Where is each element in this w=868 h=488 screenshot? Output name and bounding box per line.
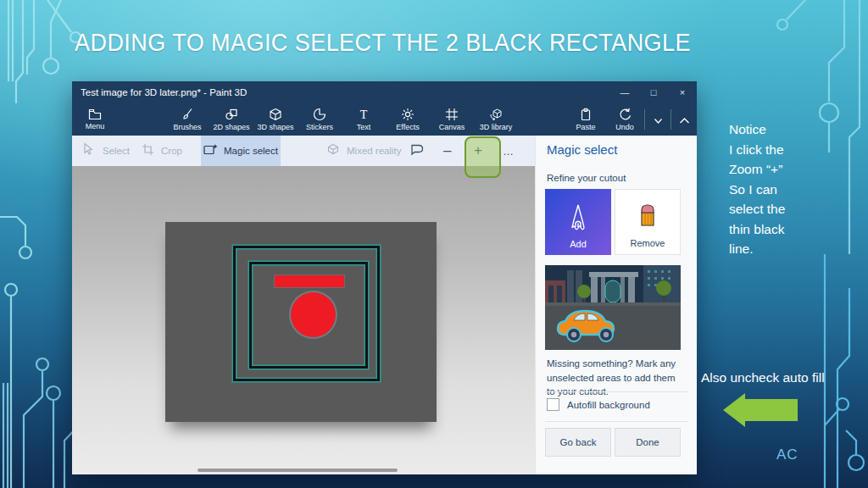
- author-initials: AC: [776, 446, 798, 463]
- panel-divider: [545, 421, 688, 422]
- select-cursor-icon: [82, 142, 94, 159]
- notice-line: Notice: [729, 119, 865, 140]
- tool-group: Brushes 2D shapes 3D shapes Stickers T T…: [165, 108, 518, 131]
- pencil-add-icon: [567, 203, 589, 236]
- effects-label: Effects: [396, 123, 419, 131]
- paste-button[interactable]: Paste: [566, 108, 605, 131]
- zoom-out-button[interactable]: –: [443, 136, 451, 166]
- horizontal-scrollbar[interactable]: [198, 469, 398, 472]
- stickers-icon: [313, 108, 326, 121]
- chevron-up-icon: [680, 112, 689, 127]
- main-toolbar: Menu Brushes 2D shapes 3D shapes Sticke: [72, 103, 697, 136]
- add-tile-button[interactable]: Add: [545, 189, 611, 255]
- remove-tile-button[interactable]: Remove: [615, 189, 681, 255]
- menu-label: Menu: [86, 122, 105, 130]
- mixed-reality-tool-disabled: Mixed reality: [326, 136, 402, 166]
- menu-icon: [88, 108, 102, 120]
- refine-cutout-label: Refine your cutout: [547, 173, 626, 183]
- notice-line: Zoom “+”: [729, 159, 865, 180]
- text-button[interactable]: T Text: [342, 108, 386, 131]
- missing-something-text: Missing something? Mark any unselected a…: [547, 357, 686, 399]
- mixed-reality-label: Mixed reality: [347, 146, 402, 156]
- paste-label: Paste: [576, 123, 595, 131]
- crop-label: Crop: [161, 146, 182, 156]
- 2d-shapes-icon: [225, 108, 238, 121]
- ellipsis-icon: …: [503, 145, 515, 158]
- uncheck-autofill-annotation: Also uncheck auto fill: [701, 370, 825, 385]
- notice-line: select the: [729, 199, 865, 219]
- brush-icon: [181, 108, 194, 121]
- red-bar-shape: [275, 275, 344, 287]
- crop-icon: [142, 143, 154, 159]
- notice-line: line.: [729, 239, 865, 259]
- paste-icon: [579, 108, 593, 121]
- 2d-shapes-label: 2D shapes: [213, 123, 249, 131]
- paint3d-window: Test image for 3D later.png* - Paint 3D …: [72, 81, 697, 474]
- 3d-library-icon: [489, 108, 503, 121]
- red-circle-shape: [291, 292, 336, 337]
- titlebar: Test image for 3D later.png* - Paint 3D …: [72, 81, 697, 103]
- speech-bubble-icon: [409, 143, 425, 159]
- toolbar-right-group: Paste Undo: [566, 103, 697, 136]
- maximize-button[interactable]: □: [639, 81, 668, 103]
- more-tools-dropdown[interactable]: [645, 103, 670, 136]
- magic-select-label: Magic select: [224, 146, 278, 156]
- stickers-label: Stickers: [306, 123, 333, 131]
- canvas-label: Canvas: [439, 123, 465, 131]
- 3d-library-button[interactable]: 3D library: [474, 108, 518, 131]
- autofill-label: Autofill background: [567, 400, 650, 410]
- chevron-down-icon: [654, 112, 662, 127]
- canvas-icon: [445, 108, 459, 121]
- brushes-button[interactable]: Brushes: [165, 108, 209, 131]
- 3d-library-label: 3D library: [480, 123, 513, 131]
- arrow-head: [723, 393, 745, 427]
- undo-icon: [618, 108, 632, 121]
- 3d-shapes-button[interactable]: 3D shapes: [253, 108, 298, 131]
- autofill-checkbox-unchecked[interactable]: [547, 398, 559, 411]
- close-button[interactable]: ×: [668, 81, 697, 103]
- effects-icon: [401, 108, 415, 121]
- cutout-preview-thumbnail: [545, 265, 681, 350]
- effects-button[interactable]: Effects: [386, 108, 430, 131]
- canvas-area: [72, 166, 535, 474]
- zoom-plus-annotation-highlight: [465, 136, 501, 178]
- magic-select-tool-selected[interactable]: Magic select: [201, 136, 281, 166]
- text-icon: T: [357, 108, 370, 121]
- 3d-shapes-icon: [269, 108, 282, 121]
- undo-button[interactable]: Undo: [605, 108, 644, 131]
- menu-button[interactable]: Menu: [72, 108, 118, 130]
- drawing-canvas[interactable]: [165, 222, 437, 422]
- mixed-reality-icon: [326, 143, 340, 159]
- crop-tool-disabled: Crop: [142, 136, 182, 166]
- notice-line: thin black: [729, 219, 865, 240]
- undo-label: Undo: [615, 123, 634, 131]
- 3d-shapes-label: 3D shapes: [257, 123, 293, 131]
- canvas-button[interactable]: Canvas: [430, 108, 474, 131]
- preview-scene: [545, 265, 681, 350]
- notice-line: So I can: [729, 180, 865, 200]
- remove-label: Remove: [631, 238, 665, 248]
- done-button[interactable]: Done: [615, 428, 681, 457]
- slide: ADDING TO MAGIC SELECT THE 2 BLACK RECTA…: [0, 0, 868, 488]
- magic-select-panel: Magic select Refine your cutout Add: [535, 136, 697, 474]
- green-arrow-left: [723, 393, 798, 427]
- magic-select-icon: [203, 143, 218, 159]
- zoom-out-label: –: [443, 142, 451, 159]
- arrow-body: [745, 399, 798, 421]
- go-back-button[interactable]: Go back: [545, 428, 611, 457]
- view-mode-button[interactable]: [409, 136, 425, 166]
- slide-title: ADDING TO MAGIC SELECT THE 2 BLACK RECTA…: [75, 28, 691, 57]
- notice-line: I click the: [729, 140, 865, 160]
- window-title: Test image for 3D later.png* - Paint 3D: [81, 87, 247, 97]
- autofill-row: Autofill background: [547, 398, 650, 411]
- 2d-shapes-button[interactable]: 2D shapes: [209, 108, 253, 131]
- brushes-label: Brushes: [173, 123, 201, 131]
- panel-divider: [545, 391, 688, 392]
- notice-annotation: Notice I click the Zoom “+” So I can sel…: [729, 119, 865, 259]
- eraser-remove-icon: [637, 202, 658, 235]
- select-label: Select: [103, 146, 130, 156]
- minimize-button[interactable]: —: [610, 81, 639, 103]
- stickers-button[interactable]: Stickers: [298, 108, 342, 131]
- more-options-button[interactable]: …: [503, 136, 515, 166]
- collapse-ribbon-button[interactable]: [671, 103, 697, 136]
